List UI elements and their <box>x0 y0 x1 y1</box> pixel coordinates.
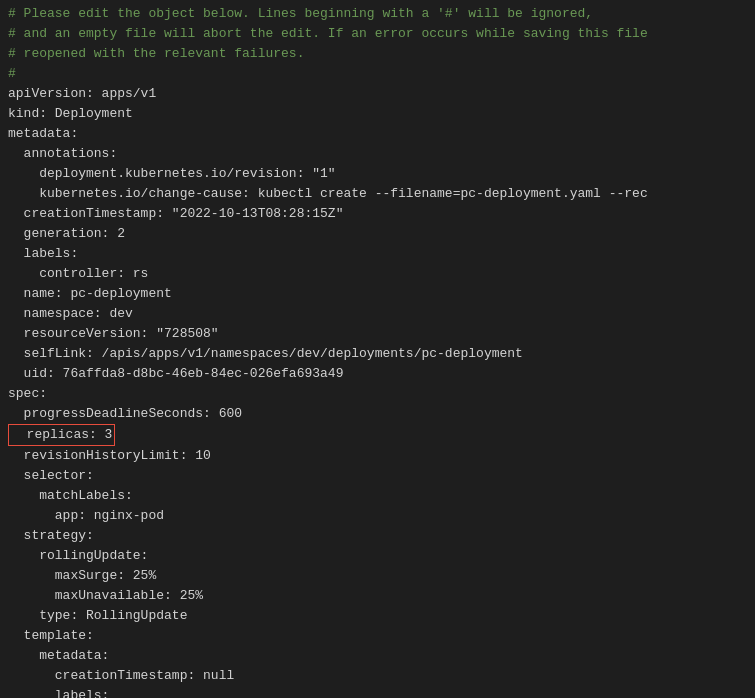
code-text: generation: 2 <box>8 224 125 244</box>
selected-text: replicas: 3 <box>8 424 115 446</box>
code-line: annotations: <box>0 144 755 164</box>
code-line: kind: Deployment <box>0 104 755 124</box>
comment-text: # reopened with the relevant failures. <box>8 44 304 64</box>
code-line: app: nginx-pod <box>0 506 755 526</box>
code-line: namespace: dev <box>0 304 755 324</box>
code-line: kubernetes.io/change-cause: kubectl crea… <box>0 184 755 204</box>
code-line: labels: <box>0 244 755 264</box>
code-line: selfLink: /apis/apps/v1/namespaces/dev/d… <box>0 344 755 364</box>
code-line: revisionHistoryLimit: 10 <box>0 446 755 466</box>
code-text: name: pc-deployment <box>8 284 172 304</box>
code-text: template: <box>8 626 94 646</box>
code-line: labels: <box>0 686 755 698</box>
code-line: progressDeadlineSeconds: 600 <box>0 404 755 424</box>
code-text: labels: <box>8 686 109 698</box>
code-line: replicas: 3 <box>0 424 755 446</box>
code-text: uid: 76affda8-d8bc-46eb-84ec-026efa693a4… <box>8 364 343 384</box>
code-text: strategy: <box>8 526 94 546</box>
code-line: metadata: <box>0 124 755 144</box>
code-text: annotations: <box>8 144 117 164</box>
code-line: # <box>0 64 755 84</box>
code-line: selector: <box>0 466 755 486</box>
code-line: maxSurge: 25% <box>0 566 755 586</box>
code-text: resourceVersion: "728508" <box>8 324 219 344</box>
code-line: # reopened with the relevant failures. <box>0 44 755 64</box>
code-line: resourceVersion: "728508" <box>0 324 755 344</box>
code-line: name: pc-deployment <box>0 284 755 304</box>
code-text: controller: rs <box>8 264 148 284</box>
code-editor[interactable]: # Please edit the object below. Lines be… <box>0 0 755 698</box>
code-line: matchLabels: <box>0 486 755 506</box>
code-line: spec: <box>0 384 755 404</box>
code-line: # Please edit the object below. Lines be… <box>0 4 755 24</box>
code-line: metadata: <box>0 646 755 666</box>
code-text: maxSurge: 25% <box>8 566 156 586</box>
code-text: creationTimestamp: null <box>8 666 234 686</box>
code-text: matchLabels: <box>8 486 133 506</box>
comment-text: # Please edit the object below. Lines be… <box>8 4 593 24</box>
code-line: type: RollingUpdate <box>0 606 755 626</box>
code-text: app: nginx-pod <box>8 506 164 526</box>
code-line: maxUnavailable: 25% <box>0 586 755 606</box>
code-line: uid: 76affda8-d8bc-46eb-84ec-026efa693a4… <box>0 364 755 384</box>
code-text: apiVersion: apps/v1 <box>8 84 156 104</box>
code-line: # and an empty file will abort the edit.… <box>0 24 755 44</box>
code-text: namespace: dev <box>8 304 133 324</box>
comment-text: # <box>8 64 16 84</box>
code-text: revisionHistoryLimit: 10 <box>8 446 211 466</box>
code-text: selector: <box>8 466 94 486</box>
code-text: metadata: <box>8 124 78 144</box>
code-text: type: RollingUpdate <box>8 606 187 626</box>
code-text: deployment.kubernetes.io/revision: "1" <box>8 164 336 184</box>
code-text: maxUnavailable: 25% <box>8 586 203 606</box>
code-text: progressDeadlineSeconds: 600 <box>8 404 242 424</box>
code-text: creationTimestamp: "2022-10-13T08:28:15Z… <box>8 204 343 224</box>
code-text: labels: <box>8 244 78 264</box>
code-line: creationTimestamp: null <box>0 666 755 686</box>
code-text: selfLink: /apis/apps/v1/namespaces/dev/d… <box>8 344 523 364</box>
code-line: rollingUpdate: <box>0 546 755 566</box>
code-text: spec: <box>8 384 47 404</box>
code-line: creationTimestamp: "2022-10-13T08:28:15Z… <box>0 204 755 224</box>
code-line: template: <box>0 626 755 646</box>
code-line: apiVersion: apps/v1 <box>0 84 755 104</box>
code-text: metadata: <box>8 646 109 666</box>
comment-text: # and an empty file will abort the edit.… <box>8 24 648 44</box>
code-line: strategy: <box>0 526 755 546</box>
code-line: deployment.kubernetes.io/revision: "1" <box>0 164 755 184</box>
code-text: kubernetes.io/change-cause: kubectl crea… <box>8 184 648 204</box>
code-text: rollingUpdate: <box>8 546 148 566</box>
code-line: generation: 2 <box>0 224 755 244</box>
code-line: controller: rs <box>0 264 755 284</box>
code-text: kind: Deployment <box>8 104 133 124</box>
